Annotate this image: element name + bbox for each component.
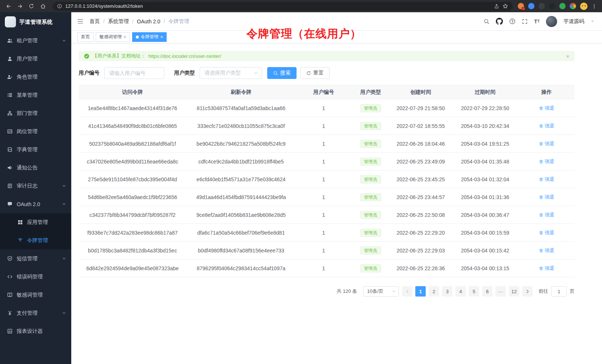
reset-button[interactable]: 重置 (300, 67, 330, 79)
page-button-1[interactable]: 1 (415, 286, 426, 297)
action-cell: 强退 (518, 135, 575, 153)
extension-icon[interactable] (528, 3, 534, 9)
goto-page-input[interactable] (551, 286, 567, 297)
more-pages-button[interactable]: ··· (495, 286, 506, 297)
home-button[interactable] (38, 1, 48, 11)
sidebar-item-errorcode[interactable]: 错误码管理 (0, 268, 71, 286)
sidebar-item-dept[interactable]: 部门管理 (0, 104, 71, 122)
page-button-12[interactable]: 12 (509, 286, 519, 297)
breadcrumb-item-system[interactable]: 系统管理 (100, 18, 129, 25)
site-info-icon[interactable] (57, 4, 62, 9)
page-button-2[interactable]: 2 (429, 286, 439, 297)
force-logout-button[interactable]: 强退 (539, 123, 554, 129)
user-id-cell: 1 (296, 224, 351, 242)
sidebar-item-pay[interactable]: 支付管理 (0, 304, 71, 322)
back-button[interactable] (4, 1, 13, 11)
search-icon[interactable] (484, 19, 490, 24)
bookmark-star-icon[interactable] (503, 3, 508, 9)
sidebar-item-notice[interactable]: 通知公告 (0, 159, 71, 177)
annotation-text: 令牌管理（在线用户） (246, 26, 361, 42)
access-token-cell: f9336e7c7dd242a283ee98dc86b17a87 (79, 224, 186, 242)
sidebar-item-label: 错误码管理 (17, 274, 66, 280)
page-button-3[interactable]: 3 (442, 286, 452, 297)
force-logout-button[interactable]: 强退 (539, 229, 554, 236)
sidebar-item-report-designer[interactable]: 报表设计器 (0, 322, 71, 340)
extension-icon[interactable] (559, 3, 566, 9)
current-user-name[interactable]: 芋道源码 (563, 18, 584, 25)
user-id-input[interactable] (104, 67, 164, 79)
user-type-cell: 管理员 (351, 259, 390, 277)
close-icon[interactable]: × (124, 35, 126, 39)
reload-button[interactable] (27, 1, 36, 11)
next-page-button[interactable] (522, 286, 533, 297)
user-avatar[interactable] (546, 16, 557, 27)
github-icon[interactable] (496, 18, 503, 25)
forward-button[interactable] (15, 1, 24, 11)
force-logout-button[interactable]: 强退 (539, 247, 554, 254)
close-icon[interactable]: × (160, 35, 163, 39)
page-button-5[interactable]: 5 (469, 286, 479, 297)
page-button-4[interactable]: 4 (455, 286, 466, 297)
sidebar-item-oauth-tokens[interactable]: 令牌管理 (0, 231, 71, 249)
doc-link[interactable]: https://doc.iocoder.cn/user-center/ (148, 53, 221, 59)
extension-icon[interactable] (570, 3, 576, 9)
breadcrumb-item-home[interactable]: 首页 (89, 18, 100, 25)
browser-profile-avatar[interactable] (580, 3, 588, 10)
tab-sensitive-word[interactable]: 敏感词管理 × (96, 32, 130, 42)
sidebar-item-label: 通知公告 (17, 165, 66, 171)
force-logout-button[interactable]: 强退 (539, 212, 554, 218)
alert-close-icon[interactable]: × (566, 53, 569, 59)
sidebar-item-oauth[interactable]: OAuth 2.0 (0, 195, 71, 213)
table-row: 1ea5e44f8bc1467aaede43144f31de76 811c530… (79, 99, 575, 117)
page-button-6[interactable]: 6 (482, 286, 493, 297)
force-logout-button[interactable]: 强退 (539, 194, 554, 201)
sidebar-item-tenant[interactable]: 租户管理 (0, 32, 71, 50)
page-content: 【用户体系】文档地址： https://doc.iocoder.cn/user-… (71, 43, 582, 304)
expire-time-cell: 2054-03-04 00:15:42 (452, 242, 518, 259)
address-bar[interactable]: 127.0.0.1:1024/system/oauth2/token (53, 2, 513, 11)
extension-icon[interactable] (518, 3, 524, 9)
app-logo-row[interactable]: 芋道管理系统 (0, 12, 71, 32)
pagination: 共 120 条 10条/页 1 2 3 4 5 6 ··· 12 前往 页 (79, 286, 575, 297)
sidebar-item-audit-log[interactable]: 审计日志 (0, 177, 71, 195)
user-type-select[interactable]: 请选择用户类型 (200, 67, 262, 79)
fullscreen-icon[interactable] (522, 19, 528, 24)
sidebar-item-label: 字典管理 (17, 146, 66, 153)
sidebar-item-menu[interactable]: 菜单管理 (0, 86, 71, 104)
tab-home[interactable]: 首页 (77, 32, 94, 42)
browser-menu-icon[interactable] (592, 4, 597, 9)
breadcrumb-item-oauth[interactable]: OAuth 2.0 (129, 19, 160, 24)
table-row: 41c41346a548490f9dc8b01c6bfe0865 333ecfc… (79, 117, 575, 135)
force-logout-label: 强退 (545, 265, 554, 272)
page-size-select[interactable]: 10条/页 (363, 286, 399, 297)
sidebar-item-sensitive-word[interactable]: 敏感词管理 (0, 286, 71, 304)
share-icon[interactable] (494, 4, 499, 9)
help-icon[interactable] (509, 18, 516, 24)
sidebar-item-oauth-apps[interactable]: 应用管理 (0, 213, 71, 231)
chevron-up-icon (62, 202, 66, 206)
font-size-icon[interactable]: TT (534, 19, 540, 24)
force-logout-button[interactable]: 强退 (539, 176, 554, 183)
action-cell: 强退 (518, 188, 575, 206)
user-type-cell: 管理员 (351, 224, 390, 242)
force-logout-button[interactable]: 强退 (539, 140, 554, 147)
sidebar-item-post[interactable]: 岗位管理 (0, 122, 71, 140)
users-icon (7, 38, 13, 43)
force-logout-button[interactable]: 强退 (539, 265, 554, 272)
force-logout-button[interactable]: 强退 (539, 105, 554, 112)
caret-down-icon[interactable] (590, 19, 595, 23)
tab-token-management[interactable]: 令牌管理 × (132, 32, 167, 42)
sidebar-item-dict[interactable]: 字典管理 (0, 140, 71, 159)
sidebar-item-sms[interactable]: 短信管理 (0, 249, 71, 268)
refresh-token-cell: 49d1aa46d1454fbd87591444423be9fa (186, 188, 296, 206)
sidebar-item-label: 报表设计器 (17, 328, 66, 335)
extension-icon[interactable] (549, 3, 555, 9)
prev-page-button[interactable] (402, 286, 412, 297)
extension-icon[interactable] (539, 3, 545, 9)
search-button[interactable]: 搜索 (267, 67, 297, 79)
sidebar-item-user[interactable]: 用户管理 (0, 50, 71, 68)
force-logout-button[interactable]: 强退 (539, 158, 554, 165)
col-actions: 操作 (518, 85, 575, 99)
sidebar-item-role[interactable]: 角色管理 (0, 68, 71, 86)
sidebar-toggle[interactable] (77, 19, 84, 24)
